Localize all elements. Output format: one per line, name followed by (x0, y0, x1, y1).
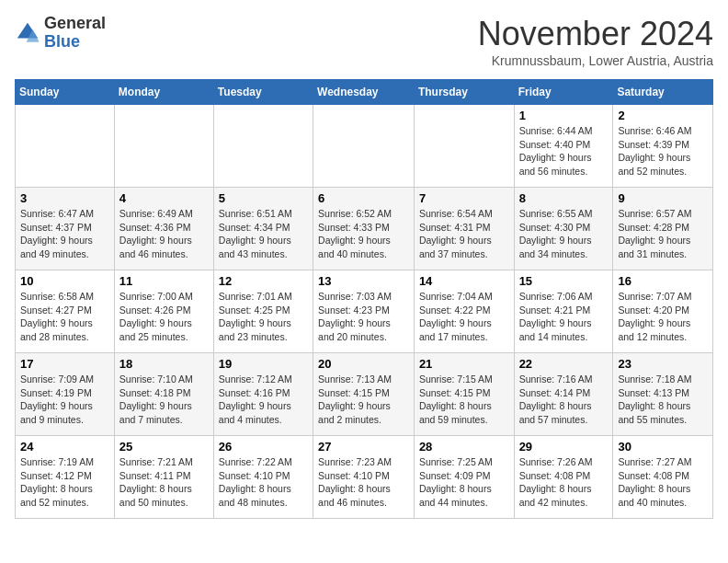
day-number: 12 (219, 274, 308, 288)
calendar-cell: 16Sunrise: 7:07 AMSunset: 4:20 PMDayligh… (613, 270, 713, 353)
day-info: Sunrise: 7:10 AMSunset: 4:18 PMDaylight:… (119, 373, 209, 427)
day-number: 8 (519, 191, 609, 205)
column-header-monday: Monday (114, 80, 213, 105)
day-number: 15 (519, 274, 609, 288)
day-number: 5 (219, 191, 308, 205)
column-header-tuesday: Tuesday (213, 80, 313, 105)
column-header-friday: Friday (514, 80, 613, 105)
column-header-thursday: Thursday (414, 80, 514, 105)
day-number: 18 (119, 357, 209, 371)
calendar-cell: 25Sunrise: 7:21 AMSunset: 4:11 PMDayligh… (114, 436, 213, 519)
calendar-cell: 15Sunrise: 7:06 AMSunset: 4:21 PMDayligh… (514, 270, 613, 353)
day-number: 20 (318, 357, 409, 371)
subtitle: Krumnussbaum, Lower Austria, Austria (478, 53, 713, 68)
day-info: Sunrise: 6:51 AMSunset: 4:34 PMDaylight:… (219, 207, 308, 261)
day-number: 14 (419, 274, 509, 288)
day-number: 3 (20, 191, 109, 205)
month-title: November 2024 (478, 15, 713, 53)
day-number: 25 (119, 440, 209, 454)
day-info: Sunrise: 7:01 AMSunset: 4:25 PMDaylight:… (219, 290, 308, 344)
day-number: 23 (618, 357, 708, 371)
logo-icon (15, 20, 40, 46)
day-number: 19 (219, 357, 308, 371)
calendar-cell (16, 105, 115, 188)
logo-text: General Blue (44, 15, 106, 52)
day-info: Sunrise: 6:52 AMSunset: 4:33 PMDaylight:… (318, 207, 409, 261)
header-row: SundayMondayTuesdayWednesdayThursdayFrid… (16, 80, 713, 105)
calendar-cell: 9Sunrise: 6:57 AMSunset: 4:28 PMDaylight… (613, 188, 713, 270)
day-info: Sunrise: 7:18 AMSunset: 4:13 PMDaylight:… (618, 373, 708, 427)
day-number: 27 (318, 440, 409, 454)
calendar-week-2: 3Sunrise: 6:47 AMSunset: 4:37 PMDaylight… (16, 188, 713, 270)
day-info: Sunrise: 6:46 AMSunset: 4:39 PMDaylight:… (618, 124, 708, 178)
day-info: Sunrise: 7:07 AMSunset: 4:20 PMDaylight:… (618, 290, 708, 344)
day-number: 10 (20, 274, 109, 288)
calendar-cell: 27Sunrise: 7:23 AMSunset: 4:10 PMDayligh… (313, 436, 415, 519)
day-number: 28 (419, 440, 509, 454)
day-number: 16 (618, 274, 708, 288)
calendar-week-1: 1Sunrise: 6:44 AMSunset: 4:40 PMDaylight… (16, 105, 713, 188)
column-header-saturday: Saturday (613, 80, 713, 105)
day-info: Sunrise: 7:04 AMSunset: 4:22 PMDaylight:… (419, 290, 509, 344)
day-number: 29 (519, 440, 609, 454)
calendar-cell: 30Sunrise: 7:27 AMSunset: 4:08 PMDayligh… (613, 436, 713, 519)
day-number: 1 (519, 109, 609, 122)
calendar-cell: 21Sunrise: 7:15 AMSunset: 4:15 PMDayligh… (414, 353, 514, 436)
calendar-cell: 20Sunrise: 7:13 AMSunset: 4:15 PMDayligh… (313, 353, 415, 436)
title-area: November 2024 Krumnussbaum, Lower Austri… (478, 15, 713, 68)
day-info: Sunrise: 7:00 AMSunset: 4:26 PMDaylight:… (119, 290, 209, 344)
column-header-sunday: Sunday (16, 80, 115, 105)
day-info: Sunrise: 6:49 AMSunset: 4:36 PMDaylight:… (119, 207, 209, 261)
calendar-cell: 19Sunrise: 7:12 AMSunset: 4:16 PMDayligh… (213, 353, 313, 436)
day-number: 11 (119, 274, 209, 288)
calendar-cell: 10Sunrise: 6:58 AMSunset: 4:27 PMDayligh… (16, 270, 115, 353)
calendar-week-3: 10Sunrise: 6:58 AMSunset: 4:27 PMDayligh… (16, 270, 713, 353)
calendar-cell: 14Sunrise: 7:04 AMSunset: 4:22 PMDayligh… (414, 270, 514, 353)
calendar-cell: 23Sunrise: 7:18 AMSunset: 4:13 PMDayligh… (613, 353, 713, 436)
day-number: 17 (20, 357, 109, 371)
day-number: 24 (20, 440, 109, 454)
day-info: Sunrise: 7:27 AMSunset: 4:08 PMDaylight:… (618, 455, 708, 510)
day-number: 21 (419, 357, 509, 371)
calendar-cell: 11Sunrise: 7:00 AMSunset: 4:26 PMDayligh… (114, 270, 213, 353)
day-info: Sunrise: 7:12 AMSunset: 4:16 PMDaylight:… (219, 373, 308, 427)
day-number: 26 (219, 440, 308, 454)
calendar-cell (313, 105, 415, 188)
calendar-cell: 4Sunrise: 6:49 AMSunset: 4:36 PMDaylight… (114, 188, 213, 270)
calendar-cell: 22Sunrise: 7:16 AMSunset: 4:14 PMDayligh… (514, 353, 613, 436)
day-info: Sunrise: 7:15 AMSunset: 4:15 PMDaylight:… (419, 373, 509, 427)
calendar-cell: 18Sunrise: 7:10 AMSunset: 4:18 PMDayligh… (114, 353, 213, 436)
day-number: 4 (119, 191, 209, 205)
day-info: Sunrise: 7:26 AMSunset: 4:08 PMDaylight:… (519, 455, 609, 510)
day-info: Sunrise: 7:09 AMSunset: 4:19 PMDaylight:… (20, 373, 109, 427)
day-info: Sunrise: 7:03 AMSunset: 4:23 PMDaylight:… (318, 290, 409, 344)
calendar-cell: 26Sunrise: 7:22 AMSunset: 4:10 PMDayligh… (213, 436, 313, 519)
day-info: Sunrise: 7:23 AMSunset: 4:10 PMDaylight:… (318, 455, 409, 510)
day-info: Sunrise: 6:54 AMSunset: 4:31 PMDaylight:… (419, 207, 509, 261)
calendar-cell: 8Sunrise: 6:55 AMSunset: 4:30 PMDaylight… (514, 188, 613, 270)
day-info: Sunrise: 7:13 AMSunset: 4:15 PMDaylight:… (318, 373, 409, 427)
day-number: 6 (318, 191, 409, 205)
calendar-cell: 24Sunrise: 7:19 AMSunset: 4:12 PMDayligh… (16, 436, 115, 519)
day-info: Sunrise: 6:57 AMSunset: 4:28 PMDaylight:… (618, 207, 708, 261)
logo: General Blue (15, 15, 106, 52)
calendar-header: SundayMondayTuesdayWednesdayThursdayFrid… (16, 80, 713, 105)
calendar-week-4: 17Sunrise: 7:09 AMSunset: 4:19 PMDayligh… (16, 353, 713, 436)
calendar-cell (213, 105, 313, 188)
calendar-cell: 12Sunrise: 7:01 AMSunset: 4:25 PMDayligh… (213, 270, 313, 353)
calendar-cell: 7Sunrise: 6:54 AMSunset: 4:31 PMDaylight… (414, 188, 514, 270)
calendar-cell: 13Sunrise: 7:03 AMSunset: 4:23 PMDayligh… (313, 270, 415, 353)
day-info: Sunrise: 7:06 AMSunset: 4:21 PMDaylight:… (519, 290, 609, 344)
calendar-week-5: 24Sunrise: 7:19 AMSunset: 4:12 PMDayligh… (16, 436, 713, 519)
calendar-cell: 2Sunrise: 6:46 AMSunset: 4:39 PMDaylight… (613, 105, 713, 188)
day-info: Sunrise: 7:16 AMSunset: 4:14 PMDaylight:… (519, 373, 609, 427)
header: General Blue November 2024 Krumnussbaum,… (15, 15, 713, 68)
logo-blue: Blue (44, 33, 106, 52)
calendar-cell: 17Sunrise: 7:09 AMSunset: 4:19 PMDayligh… (16, 353, 115, 436)
column-header-wednesday: Wednesday (313, 80, 415, 105)
calendar-cell: 6Sunrise: 6:52 AMSunset: 4:33 PMDaylight… (313, 188, 415, 270)
day-info: Sunrise: 6:47 AMSunset: 4:37 PMDaylight:… (20, 207, 109, 261)
day-info: Sunrise: 6:55 AMSunset: 4:30 PMDaylight:… (519, 207, 609, 261)
day-info: Sunrise: 7:25 AMSunset: 4:09 PMDaylight:… (419, 455, 509, 510)
calendar-cell: 5Sunrise: 6:51 AMSunset: 4:34 PMDaylight… (213, 188, 313, 270)
